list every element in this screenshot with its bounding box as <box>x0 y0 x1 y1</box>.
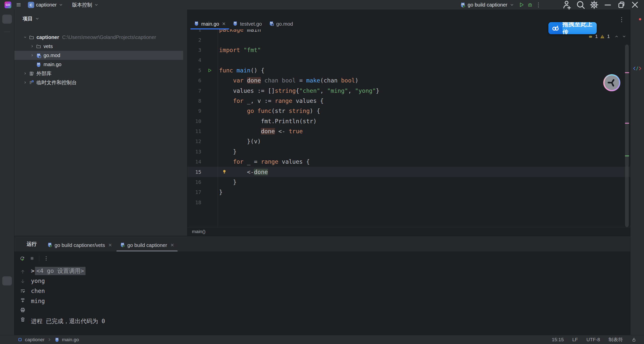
code-editor[interactable]: 1package main23import "fmt"45func main()… <box>187 29 630 227</box>
caret-position[interactable]: 15:15 <box>552 337 564 342</box>
code-line-17[interactable]: 17} <box>187 187 630 197</box>
run-button[interactable] <box>518 2 525 8</box>
tool-strip-button-problems-tool[interactable] <box>2 306 12 315</box>
tree-item-captioner[interactable]: captionerC:\Users\meowr\GolandProjects\c… <box>14 33 187 42</box>
inspections-widget[interactable]: 1 1 <box>588 34 626 39</box>
close-tab-icon[interactable]: ✕ <box>222 21 226 27</box>
editor-scrollbar[interactable] <box>625 45 629 227</box>
soft-wrap-icon[interactable] <box>20 288 26 294</box>
debug-button[interactable] <box>527 2 533 8</box>
code-line-15[interactable]: 15 <-done <box>187 167 630 177</box>
project-tree: captionerC:\Users\meowr\GolandProjects\c… <box>14 33 187 87</box>
code-line-7[interactable]: 7 values := []string{"chen", "ming", "yo… <box>187 85 630 96</box>
code-line-13[interactable]: 13 } <box>187 147 630 157</box>
code-line-14[interactable]: 14 for _ = range values { <box>187 157 630 167</box>
code-line-8[interactable]: 8 for _, v := range values { <box>187 96 630 106</box>
fold-chevron-icon[interactable]: > <box>31 268 34 274</box>
arrow-up-icon[interactable] <box>20 269 26 275</box>
chevron-right-icon[interactable] <box>30 44 34 48</box>
tool-strip-button-ai-assistant[interactable] <box>632 33 642 42</box>
code-line-3[interactable]: 3import "fmt" <box>187 45 630 55</box>
code-line-4[interactable]: 4 <box>187 55 630 65</box>
status-project[interactable]: captioner <box>25 337 45 342</box>
code-line-16[interactable]: 16 } <box>187 177 630 187</box>
tree-item-go.mod[interactable]: go.mod <box>14 51 187 60</box>
chevron-down-icon[interactable] <box>23 35 27 39</box>
settings-gear-icon[interactable] <box>589 1 600 9</box>
tool-strip-button-run-tool[interactable] <box>2 276 12 285</box>
next-problem-icon[interactable] <box>622 34 626 38</box>
folded-command[interactable]: <4 go 设置调用> <box>35 267 86 275</box>
code-line-5[interactable]: 5func main() { <box>187 65 630 75</box>
console-output[interactable]: ><4 go 设置调用>yongchenming进程 已完成，退出代码为 0 <box>31 265 630 335</box>
chevron-right-icon[interactable] <box>23 80 27 84</box>
chevron-right-icon[interactable] <box>23 71 27 75</box>
editor-tab-go.mod[interactable]: go.mod <box>265 18 297 29</box>
print-icon[interactable] <box>20 307 26 313</box>
clear-icon[interactable] <box>20 317 26 322</box>
editor-tab-testvet.go[interactable]: testvet.go <box>229 18 265 29</box>
restore-button[interactable] <box>616 1 627 9</box>
close-tab-icon[interactable]: ✕ <box>108 242 112 248</box>
editor-options-icon[interactable]: ⋮ <box>619 16 625 23</box>
more-options-icon[interactable] <box>43 255 49 261</box>
unlock-icon[interactable] <box>631 337 636 342</box>
code-line-10[interactable]: 10 fmt.Println(str) <box>187 116 630 126</box>
code-with-me-icon[interactable] <box>561 1 573 9</box>
vcs-widget[interactable]: 版本控制 <box>70 0 101 10</box>
run-tab-go-build-captioner[interactable]: go build captioner✕ <box>116 239 178 251</box>
stop-icon[interactable] <box>29 255 35 261</box>
more-actions-icon[interactable]: ⋮ <box>536 2 541 8</box>
project-widget[interactable]: C captioner <box>26 1 65 9</box>
close-tab-icon[interactable]: ✕ <box>170 242 174 248</box>
tool-strip-button-terminal-tool[interactable] <box>2 291 12 300</box>
breadcrumb[interactable]: main() <box>187 227 630 236</box>
overlay-app-logo[interactable] <box>603 74 620 91</box>
scroll-to-end-icon[interactable] <box>20 297 26 303</box>
minimize-button[interactable] <box>602 1 613 9</box>
previous-problem-icon[interactable] <box>615 34 619 38</box>
tool-strip-button-endpoints[interactable] <box>632 64 642 73</box>
upload-drop-label: 拖拽至此上传 <box>562 22 597 34</box>
tree-item-main.go[interactable]: main.go <box>14 60 187 69</box>
console-line: yong <box>31 276 630 286</box>
tool-strip-button-structure-tool[interactable] <box>2 40 12 49</box>
file-encoding[interactable]: UTF-8 <box>586 337 600 342</box>
tool-strip-button-services-tool[interactable] <box>2 262 12 271</box>
indent-style[interactable]: 制表符 <box>609 336 623 343</box>
tree-item-vets[interactable]: vets <box>14 42 187 51</box>
project-panel-title[interactable]: 项目 <box>23 15 33 22</box>
goland-window: GO C captioner 版本控制 go build captioner ⋮ <box>0 0 644 344</box>
chevron-right-icon[interactable] <box>30 53 34 57</box>
run-line-icon[interactable] <box>201 68 218 73</box>
code-line-12[interactable]: 12 }(v) <box>187 136 630 146</box>
code-line-11[interactable]: 11 done <- true <box>187 126 630 136</box>
line-number: 8 <box>187 98 201 104</box>
arrow-down-icon[interactable] <box>20 278 26 284</box>
line-number: 5 <box>187 67 201 73</box>
run-tab-go-build-captioner-vets[interactable]: go build captioner/vets✕ <box>43 239 116 251</box>
tool-strip-button-folder-tool[interactable] <box>2 15 12 24</box>
intention-bulb-icon[interactable] <box>222 169 227 175</box>
search-everywhere-icon[interactable] <box>575 1 586 9</box>
tool-strip-button-notifications[interactable] <box>632 18 642 27</box>
close-button[interactable] <box>629 1 640 9</box>
code-line-9[interactable]: 9 go func(str string) { <box>187 106 630 116</box>
tool-strip-button-more-tools[interactable] <box>2 55 12 64</box>
run-configuration-widget[interactable]: go build captioner <box>459 1 516 9</box>
upload-drop-button[interactable]: 拖拽至此上传 <box>548 22 597 34</box>
rerun-icon[interactable] <box>19 255 25 261</box>
tree-item-[interactable]: 临时文件和控制台 <box>14 78 187 87</box>
main-menu-icon[interactable] <box>16 2 21 8</box>
tool-strip-button-version-control-tool[interactable] <box>2 321 12 330</box>
tree-item-[interactable]: 外部库 <box>14 69 187 78</box>
editor-tab-main.go[interactable]: main.go✕ <box>190 18 229 29</box>
status-file[interactable]: main.go <box>62 337 79 342</box>
code-line-2[interactable]: 2 <box>187 35 630 45</box>
chevron-down-icon <box>35 16 40 21</box>
line-separator[interactable]: LF <box>572 337 578 342</box>
code-line-18[interactable]: 18 <box>187 197 630 207</box>
code-line-6[interactable]: 6 var done chan bool = make(chan bool) <box>187 75 630 85</box>
breadcrumb-function[interactable]: main() <box>192 229 206 234</box>
tool-strip-button-database[interactable] <box>632 49 642 58</box>
